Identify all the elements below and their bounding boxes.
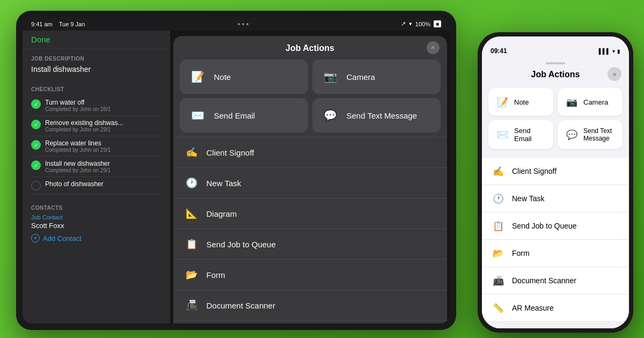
arrow-icon: ↗ bbox=[401, 20, 406, 27]
check-complete-icon-1 bbox=[31, 99, 41, 109]
contacts-label: CONTACTS bbox=[31, 205, 162, 211]
sidebar-header: Done bbox=[23, 31, 170, 49]
iphone-camera-label: Camera bbox=[583, 98, 608, 106]
checklist-text-3: Replace water lines Completed by John on… bbox=[45, 139, 162, 153]
iphone-notch-area: 09:41 ▌▌▌ ▾ ▮ bbox=[482, 36, 629, 60]
iphone-new-task-button[interactable]: 🕐 New Task bbox=[482, 185, 629, 212]
iphone-ar-measure-button[interactable]: 📏 AR Measure bbox=[482, 295, 629, 322]
modal-new-task-button[interactable]: 🕐 New Task bbox=[173, 167, 447, 198]
new-task-icon: 🕐 bbox=[184, 175, 199, 190]
job-description-section: JOB DESCRIPTION Install dishwasher bbox=[23, 49, 170, 80]
iphone-list: ✍️ Client Signoff 🕐 New Task 📋 Send Job … bbox=[482, 158, 629, 328]
iphone-new-task-icon: 🕐 bbox=[491, 191, 506, 206]
checklist-item-3: Replace water lines Completed by John on… bbox=[31, 136, 162, 157]
iphone-note-button[interactable]: 📝 Note bbox=[488, 88, 553, 116]
modal-ar-measure-button[interactable]: 📏 AR Measure bbox=[173, 320, 447, 324]
modal-send-text-button[interactable]: 💬 Send Text Message bbox=[312, 98, 441, 133]
iphone-send-job-queue-icon: 📋 bbox=[491, 218, 506, 233]
iphone-camera-icon: 📷 bbox=[564, 94, 579, 109]
modal-form-button[interactable]: 📂 Form bbox=[173, 259, 447, 290]
checklist-sub-3: Completed by John on 29/1 bbox=[45, 147, 162, 153]
checklist-text-1: Turn water off Completed by John on 26/1 bbox=[45, 99, 162, 112]
modal-note-button[interactable]: 📝 Note bbox=[180, 60, 308, 94]
iphone-send-text-icon: 💬 bbox=[564, 127, 579, 142]
document-scanner-icon: 📠 bbox=[184, 298, 199, 313]
iphone-ar-measure-icon: 📏 bbox=[491, 300, 506, 315]
new-task-label: New Task bbox=[207, 179, 241, 188]
job-description-label: JOB DESCRIPTION bbox=[31, 56, 162, 62]
check-complete-icon-3 bbox=[31, 140, 41, 150]
ipad-status-right: ↗ ▾ 100% ■ bbox=[401, 20, 441, 27]
checklist-title-3: Replace water lines bbox=[45, 139, 162, 147]
ipad-status-bar: 9:41 am Tue 9 Jan ↗ ▾ 100% ■ bbox=[23, 17, 450, 31]
modal-send-email-button[interactable]: ✉️ Send Email bbox=[180, 98, 308, 133]
checklist-item-5: Photo of dishwasher bbox=[31, 177, 162, 194]
iphone-send-job-queue-label: Send Job to Queue bbox=[512, 222, 577, 230]
client-signoff-icon: ✍️ bbox=[184, 145, 199, 160]
iphone-battery-icon: ▮ bbox=[617, 48, 620, 54]
modal-list: ✍️ Client Signoff 🕐 New Task 📐 Diagram bbox=[173, 137, 447, 324]
checklist-item-2: Remove existing dishwas... Completed by … bbox=[31, 116, 162, 136]
add-contact-button[interactable]: + Add Contact bbox=[31, 234, 162, 243]
checklist-title-5: Photo of dishwasher bbox=[45, 180, 162, 188]
checklist-text-5: Photo of dishwasher bbox=[45, 180, 162, 188]
battery-icon: ■ bbox=[434, 20, 441, 27]
modal-client-signoff-button[interactable]: ✍️ Client Signoff bbox=[173, 137, 447, 167]
iphone-status-icons: ▌▌▌ ▾ ▮ bbox=[599, 48, 620, 54]
form-label: Form bbox=[207, 270, 225, 280]
contact-type: Job Contact bbox=[31, 214, 162, 221]
wifi-icon: ▾ bbox=[409, 20, 412, 27]
modal-camera-button[interactable]: 📷 Camera bbox=[312, 60, 441, 94]
iphone-grid: 📝 Note 📷 Camera ✉️ Send Email 💬 Send Tex… bbox=[482, 84, 629, 153]
send-email-label: Send Email bbox=[214, 111, 255, 120]
iphone-note-icon: 📝 bbox=[495, 94, 510, 109]
iphone-client-signoff-button[interactable]: ✍️ Client Signoff bbox=[482, 158, 629, 185]
iphone-form-button[interactable]: 📂 Form bbox=[482, 240, 629, 267]
main-area: Job Actions × 📝 Note 📷 Camera bbox=[170, 31, 450, 324]
iphone-modal-header: Job Actions × bbox=[482, 64, 629, 84]
plus-icon: + bbox=[31, 234, 40, 243]
modal-diagram-button[interactable]: 📐 Diagram bbox=[173, 198, 447, 229]
iphone-modal-title: Job Actions bbox=[531, 70, 580, 79]
iphone-form-icon: 📂 bbox=[491, 246, 506, 261]
iphone-send-job-queue-button[interactable]: 📋 Send Job to Queue bbox=[482, 212, 629, 240]
iphone-time: 09:41 bbox=[491, 47, 507, 55]
ipad-screen: 9:41 am Tue 9 Jan ↗ ▾ 100% ■ Done bbox=[23, 17, 450, 324]
iphone-close-button[interactable]: × bbox=[608, 67, 621, 81]
iphone-send-text-label: Send Text Message bbox=[583, 127, 616, 142]
iphone-ar-measure-label: AR Measure bbox=[512, 304, 554, 312]
modal-document-scanner-button[interactable]: 📠 Document Scanner bbox=[173, 290, 447, 320]
ipad-content: Done JOB DESCRIPTION Install dishwasher … bbox=[23, 31, 450, 324]
iphone-send-email-label: Send Email bbox=[514, 127, 547, 143]
iphone-form-label: Form bbox=[512, 249, 530, 258]
iphone-client-signoff-icon: ✍️ bbox=[491, 164, 506, 179]
done-button[interactable]: Done bbox=[31, 35, 50, 44]
send-text-label: Send Text Message bbox=[347, 111, 417, 120]
check-complete-icon-2 bbox=[31, 120, 41, 129]
iphone-send-text-button[interactable]: 💬 Send Text Message bbox=[558, 120, 623, 149]
send-job-queue-label: Send Job to Queue bbox=[207, 240, 276, 249]
iphone-section-divider bbox=[482, 153, 629, 158]
modal-send-job-queue-button[interactable]: 📋 Send Job to Queue bbox=[173, 229, 447, 259]
iphone-signal-icon: ▌▌▌ bbox=[599, 48, 610, 54]
checklist-text-4: Install new dishwasher Completed by John… bbox=[45, 160, 162, 173]
form-icon: 📂 bbox=[184, 267, 199, 282]
iphone-modal: Job Actions × 📝 Note 📷 Camera ✉️ Send Em… bbox=[482, 60, 629, 328]
iphone-device: 09:41 ▌▌▌ ▾ ▮ Job Actions × 📝 Note 📷 bbox=[478, 32, 633, 333]
iphone-wifi-icon: ▾ bbox=[612, 48, 615, 54]
iphone-document-scanner-icon: 📠 bbox=[491, 273, 506, 288]
iphone-new-task-label: New Task bbox=[512, 194, 544, 203]
iphone-document-scanner-button[interactable]: 📠 Document Scanner bbox=[482, 267, 629, 295]
checklist-title-4: Install new dishwasher bbox=[45, 160, 162, 167]
checklist-text-2: Remove existing dishwas... Completed by … bbox=[45, 119, 162, 133]
battery-label: 100% bbox=[415, 21, 430, 27]
note-icon: 📝 bbox=[188, 67, 208, 86]
checklist-title-1: Turn water off bbox=[45, 99, 162, 106]
ipad-date: Tue 9 Jan bbox=[59, 21, 85, 27]
checklist-sub-2: Completed by John on 29/1 bbox=[45, 127, 162, 133]
iphone-send-email-button[interactable]: ✉️ Send Email bbox=[488, 120, 553, 149]
iphone-camera-button[interactable]: 📷 Camera bbox=[558, 88, 623, 116]
check-complete-icon-4 bbox=[31, 160, 41, 170]
modal-close-button[interactable]: × bbox=[427, 41, 440, 54]
contacts-section: CONTACTS Job Contact Scott Foxx + Add Co… bbox=[23, 199, 170, 247]
